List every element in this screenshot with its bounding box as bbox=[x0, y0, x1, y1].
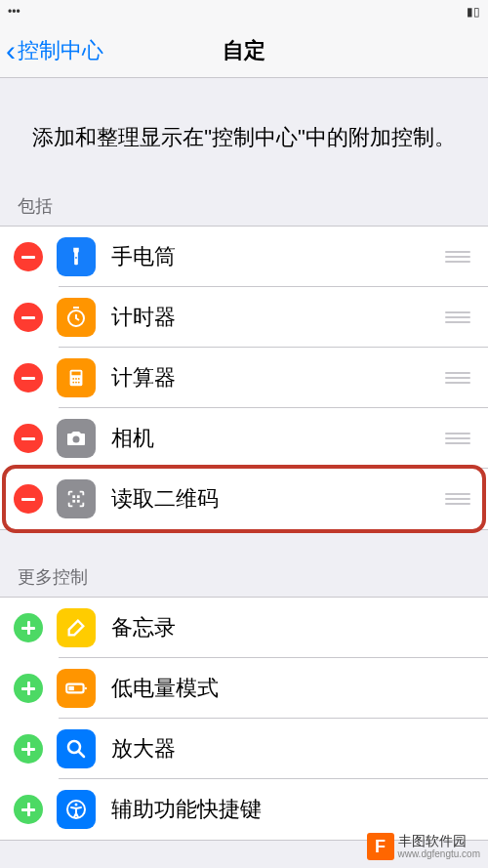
row-label: 计时器 bbox=[111, 303, 445, 332]
status-bar: ••• ▮▯ bbox=[0, 0, 488, 23]
row-label: 低电量模式 bbox=[111, 674, 474, 703]
chevron-left-icon: ‹ bbox=[6, 36, 16, 65]
section-header-included: 包括 bbox=[0, 188, 488, 226]
list-row: 辅助功能快捷键 bbox=[0, 779, 488, 840]
svg-point-7 bbox=[75, 382, 77, 384]
list-row: 低电量模式 bbox=[0, 658, 488, 719]
row-label: 计算器 bbox=[111, 363, 445, 393]
row-label: 相机 bbox=[111, 424, 445, 453]
list-row: 计时器 bbox=[0, 287, 488, 348]
nav-bar: ‹ 控制中心 自定 bbox=[0, 23, 488, 78]
included-list: 手电筒计时器计算器相机读取二维码 bbox=[0, 226, 488, 530]
page-title: 自定 bbox=[223, 36, 265, 65]
remove-button[interactable] bbox=[14, 363, 43, 393]
drag-handle-icon[interactable] bbox=[445, 433, 474, 444]
add-button[interactable] bbox=[14, 795, 43, 824]
row-label: 放大器 bbox=[111, 734, 474, 764]
svg-point-9 bbox=[73, 436, 80, 443]
list-row: 放大器 bbox=[0, 719, 488, 779]
status-left: ••• bbox=[8, 5, 20, 19]
add-button[interactable] bbox=[14, 613, 43, 642]
add-button[interactable] bbox=[14, 734, 43, 764]
description-text: 添加和整理显示在"控制中心"中的附加控制。 bbox=[0, 78, 488, 188]
remove-button[interactable] bbox=[14, 303, 43, 332]
watermark-url: www.dgfengtu.com bbox=[398, 848, 481, 859]
row-label: 手电筒 bbox=[111, 242, 445, 271]
remove-button[interactable] bbox=[14, 484, 43, 514]
watermark: F 丰图软件园 www.dgfengtu.com bbox=[367, 833, 481, 860]
svg-point-3 bbox=[72, 378, 74, 380]
list-row: 计算器 bbox=[0, 348, 488, 408]
svg-rect-12 bbox=[72, 500, 75, 503]
drag-handle-icon[interactable] bbox=[445, 493, 474, 505]
back-button[interactable]: ‹ 控制中心 bbox=[0, 36, 103, 65]
more-list: 备忘录低电量模式放大器辅助功能快捷键 bbox=[0, 597, 488, 841]
svg-point-8 bbox=[78, 382, 80, 384]
svg-rect-13 bbox=[77, 500, 80, 503]
add-button[interactable] bbox=[14, 674, 43, 703]
svg-point-4 bbox=[75, 378, 77, 380]
battery-icon bbox=[57, 669, 96, 708]
svg-point-6 bbox=[72, 382, 74, 384]
row-label: 辅助功能快捷键 bbox=[111, 795, 474, 824]
status-right: ▮▯ bbox=[467, 5, 480, 19]
list-row: 相机 bbox=[0, 408, 488, 469]
accessibility-icon bbox=[57, 790, 96, 829]
svg-rect-10 bbox=[72, 495, 75, 498]
qr-icon bbox=[57, 479, 96, 518]
calculator-icon bbox=[57, 358, 96, 397]
svg-point-18 bbox=[75, 804, 78, 806]
timer-icon bbox=[57, 298, 96, 337]
flashlight-icon bbox=[57, 237, 96, 276]
row-label: 读取二维码 bbox=[111, 484, 445, 514]
camera-icon bbox=[57, 419, 96, 458]
remove-button[interactable] bbox=[14, 242, 43, 271]
svg-rect-2 bbox=[71, 372, 80, 376]
svg-point-5 bbox=[78, 378, 80, 380]
remove-button[interactable] bbox=[14, 424, 43, 453]
notes-icon bbox=[57, 608, 96, 647]
drag-handle-icon[interactable] bbox=[445, 251, 474, 263]
section-header-more: 更多控制 bbox=[0, 559, 488, 597]
list-row: 读取二维码 bbox=[0, 469, 488, 529]
row-label: 备忘录 bbox=[111, 613, 474, 642]
svg-rect-15 bbox=[68, 686, 73, 690]
list-row: 备忘录 bbox=[0, 598, 488, 658]
back-label: 控制中心 bbox=[18, 36, 103, 65]
drag-handle-icon[interactable] bbox=[445, 372, 474, 384]
watermark-logo: F bbox=[367, 833, 394, 860]
list-row: 手电筒 bbox=[0, 227, 488, 287]
magnifier-icon bbox=[57, 729, 96, 768]
svg-rect-11 bbox=[77, 495, 80, 498]
watermark-title: 丰图软件园 bbox=[398, 834, 481, 848]
drag-handle-icon[interactable] bbox=[445, 311, 474, 323]
